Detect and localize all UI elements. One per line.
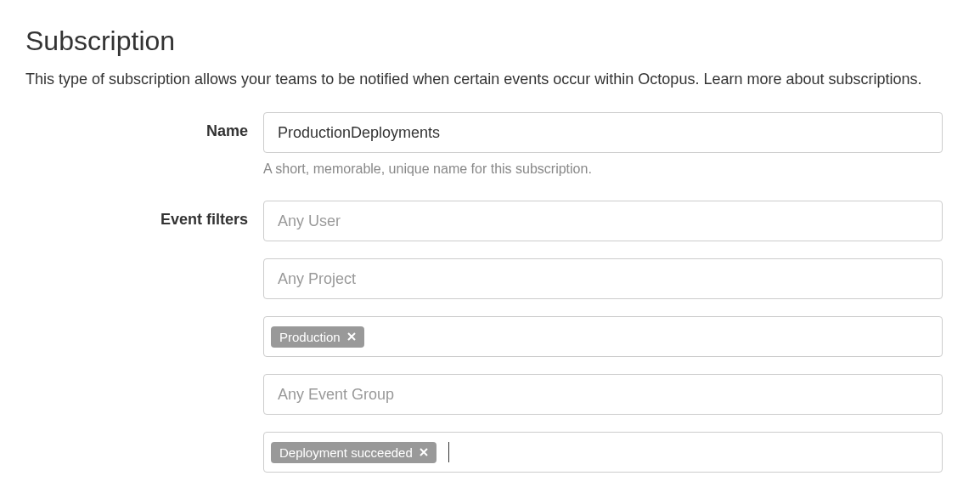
- user-filter-input[interactable]: Any User: [263, 201, 943, 241]
- page-title: Subscription: [25, 25, 955, 57]
- event-group-filter-placeholder: Any Event Group: [271, 381, 401, 409]
- close-icon[interactable]: [420, 448, 428, 456]
- name-label: Name: [25, 112, 263, 140]
- event-category-filter-input[interactable]: Deployment succeeded: [263, 432, 943, 473]
- project-filter-input[interactable]: Any Project: [263, 258, 943, 299]
- event-group-filter-input[interactable]: Any Event Group: [263, 374, 943, 415]
- environment-tag-label: Production: [279, 330, 341, 344]
- close-icon[interactable]: [347, 332, 356, 341]
- user-filter-placeholder: Any User: [271, 207, 347, 235]
- name-helper: A short, memorable, unique name for this…: [263, 161, 943, 177]
- text-cursor: [448, 442, 449, 462]
- event-category-tag-label: Deployment succeeded: [279, 445, 413, 460]
- event-category-tag: Deployment succeeded: [271, 442, 436, 463]
- environment-filter-input[interactable]: Production: [263, 316, 943, 357]
- project-filter-placeholder: Any Project: [271, 265, 363, 293]
- environment-tag: Production: [271, 326, 364, 348]
- name-input[interactable]: [263, 112, 943, 153]
- page-description: This type of subscription allows your te…: [25, 71, 955, 88]
- event-filters-label: Event filters: [25, 201, 263, 229]
